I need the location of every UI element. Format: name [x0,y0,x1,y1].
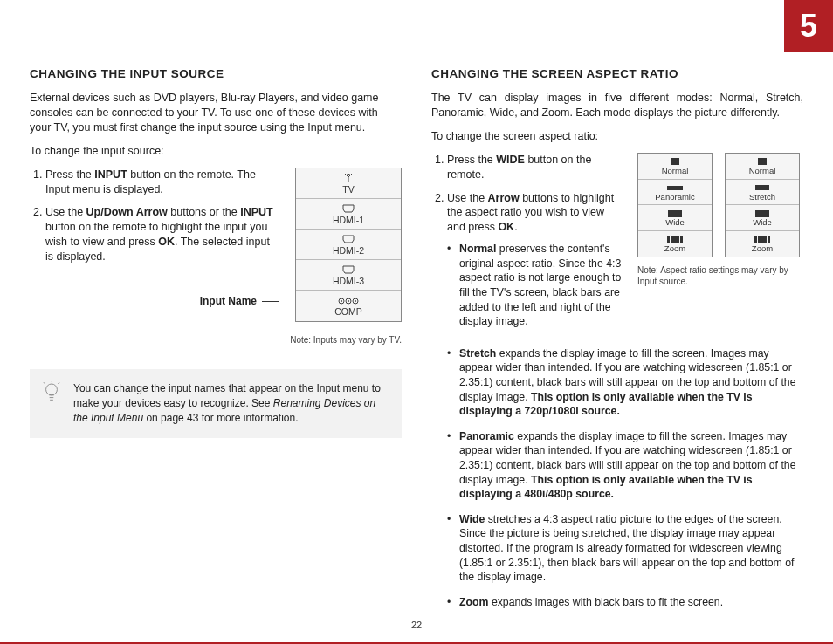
note-aspect-vary: Note: Aspect ratio settings may vary by … [637,264,803,287]
lightbulb-icon [42,381,63,425]
keyword: OK [158,236,175,248]
aspect-mode-list: Normal preserves the content's original … [447,242,622,329]
aspect-mode-item: Normal preserves the content's original … [447,242,622,329]
paragraph: The TV can display images in five differ… [431,91,803,120]
aspect-label: Stretch [749,192,775,202]
keyword: Up/Down Arrow [86,206,168,218]
aspect-label: Panoramic [655,192,694,202]
callout-label: Input Name [30,294,262,308]
hdmi-icon [296,264,401,274]
hdmi-icon [296,233,401,243]
keyword: INPUT [94,168,127,181]
aspect-item: Panoramic [638,180,712,206]
aspect-label: Wide [665,217,685,227]
text: buttons or the [168,206,240,218]
mode-name: Zoom [459,596,488,608]
tip-box: You can change the input names that appe… [30,369,402,437]
hdmi-icon [296,202,401,213]
aspect-item: Normal [638,154,712,180]
text: Use the [447,192,488,204]
aspect-mode-item: Stretch expands the display image to fil… [447,346,803,419]
input-item: HDMI-2 [296,230,401,260]
aspect-label: Normal [662,166,689,175]
ordered-steps: Press the INPUT button on the remote. Th… [30,168,279,264]
input-label: COMP [334,306,362,317]
keyword: Arrow [488,192,520,204]
aspect-menu: Normal Stretch Wide Zoom [725,153,800,257]
text: on page 43 for more information. [143,412,298,424]
callout-line [262,301,279,302]
input-item: HDMI-3 [296,260,401,291]
text: preserves the content's original aspect … [459,243,621,327]
text: . [514,221,517,233]
mode-name: Stretch [459,347,496,360]
text: Press the [447,154,496,166]
input-label: HDMI-3 [333,276,364,286]
paragraph: To change the input source: [30,144,402,159]
aspect-mode-list-cont: Stretch expands the display image to fil… [447,346,803,610]
tip-text: You can change the input names that appe… [73,381,389,425]
text: stretches a 4:3 aspect ratio picture to … [459,513,795,583]
mode-name: Normal [459,243,496,255]
input-menu-figure: TV HDMI-1 HDMI-2 [295,168,402,322]
section-title-input-source: CHANGING THE INPUT SOURCE [30,66,402,82]
input-item: HDMI-1 [296,199,401,230]
mode-name: Wide [459,513,485,525]
text: expands images with black bars to fit th… [488,596,723,608]
aspect-label: Zoom [664,243,685,253]
page-number: 22 [0,619,833,632]
input-label: TV [342,184,354,195]
svg-point-1 [341,300,342,302]
input-label: HDMI-2 [333,245,364,256]
aspect-menu: Normal Panoramic Wide Zoom [637,153,713,257]
ordered-steps: Press the WIDE button on the remote. Use… [431,153,622,329]
aspect-mode-item: Panoramic expands the display image to f… [447,429,803,502]
input-label: HDMI-1 [333,215,364,225]
paragraph: To change the screen aspect ratio: [431,129,803,144]
section-title-aspect-ratio: CHANGING THE SCREEN ASPECT RATIO [431,66,803,82]
keyword: INPUT [240,206,273,218]
aspect-item: Wide [638,205,712,231]
paragraph: External devices such as DVD players, Bl… [30,91,402,135]
aspect-item: Zoom [638,231,712,257]
two-column-layout: CHANGING THE INPUT SOURCE External devic… [30,66,803,620]
aspect-label: Wide [753,217,772,227]
input-item: TV [296,168,401,199]
mode-name: Panoramic [459,430,514,442]
aspect-item: Zoom [726,231,799,257]
aspect-label: Normal [749,166,776,175]
manual-page: 5 CHANGING THE INPUT SOURCE External dev… [0,0,833,644]
svg-point-6 [46,384,58,395]
aspect-item: Stretch [726,180,799,206]
aspect-item: Normal [726,154,799,180]
antenna-icon [296,172,401,182]
aspect-label: Zoom [752,243,773,253]
text: Press the [45,168,94,181]
keyword: OK [498,221,514,233]
right-column: CHANGING THE SCREEN ASPECT RATIO The TV … [431,66,803,620]
step: Press the INPUT button on the remote. Th… [45,168,279,197]
step: Use the Up/Down Arrow buttons or the INP… [45,205,279,264]
step: Use the Arrow buttons to highlight the a… [447,191,622,329]
aspect-mode-item: Wide stretches a 4:3 aspect ratio pictur… [447,512,803,585]
aspect-item: Wide [726,205,799,231]
svg-point-5 [355,300,356,302]
note-inputs-vary: Note: Inputs may vary by TV. [290,335,402,345]
component-icon [296,294,401,305]
keyword: WIDE [496,154,525,166]
chapter-number: 5 [784,0,833,52]
input-item: COMP [296,291,401,320]
text: Use the [45,206,86,218]
aspect-menus-figure: Normal Panoramic Wide Zoom Normal Stretc… [637,153,803,257]
left-column: CHANGING THE INPUT SOURCE External devic… [30,66,402,620]
svg-point-3 [348,300,349,302]
step: Press the WIDE button on the remote. [447,153,622,182]
aspect-mode-item: Zoom expands images with black bars to f… [447,595,803,610]
